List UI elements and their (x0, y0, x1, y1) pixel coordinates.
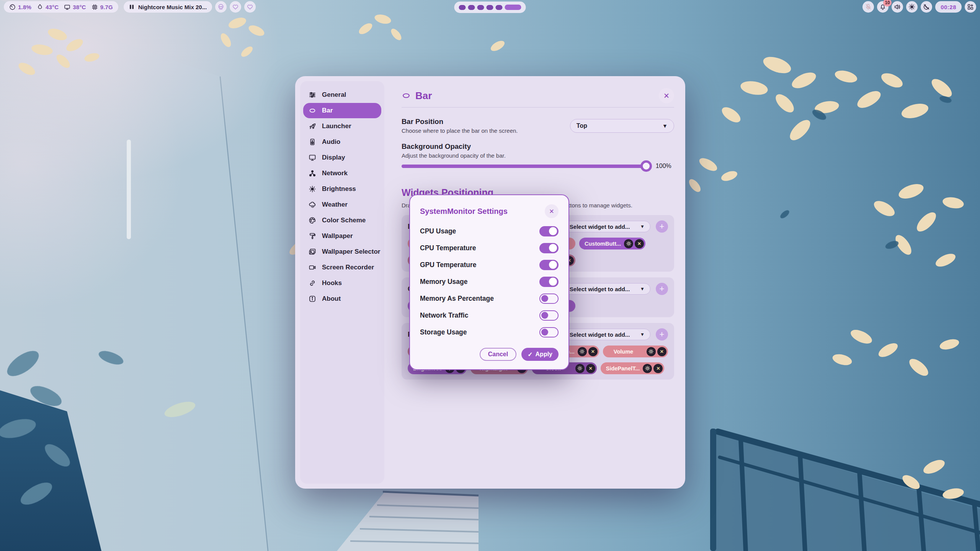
widget-settings-button[interactable] (647, 347, 656, 356)
favorite-button-2[interactable] (244, 1, 256, 13)
workspace-dot[interactable] (487, 5, 493, 10)
sidebar-item-brightness[interactable]: Brightness (303, 181, 381, 197)
favorite-button-1[interactable] (230, 1, 241, 13)
sidebar-item-wallpaper-selector[interactable]: Wallpaper Selector (303, 244, 381, 259)
widget-settings-button[interactable] (643, 364, 652, 373)
panel-header: Bar ✕ (402, 88, 674, 103)
sidebar-item-display[interactable]: Display (303, 150, 381, 165)
workspace-indicator[interactable] (454, 2, 526, 13)
toggle-row-cpu-usage: CPU Usage (420, 223, 559, 240)
modal-title: SystemMonitor Settings (420, 207, 508, 216)
cpu-usage-toggle[interactable] (539, 226, 559, 236)
widget-remove-button[interactable]: ✕ (586, 364, 595, 373)
mic-button[interactable] (862, 1, 874, 13)
workspace-dot[interactable] (477, 5, 484, 10)
widget-settings-button[interactable] (624, 239, 633, 248)
clock-pill[interactable]: 00:28 (935, 1, 962, 13)
sun-icon (908, 3, 915, 10)
sidebar-item-general[interactable]: General (303, 87, 381, 103)
modal-close-button[interactable]: ✕ (545, 204, 559, 218)
page-title: Bar (415, 90, 432, 102)
bar-oval-icon (402, 91, 411, 100)
sidebar-item-network[interactable]: Network (303, 166, 381, 181)
add-widget-button[interactable]: + (656, 328, 668, 341)
center-add-widget-dropdown[interactable]: Select widget to add... ▼ (564, 283, 650, 295)
widget-settings-button[interactable] (578, 347, 587, 356)
cancel-button[interactable]: Cancel (480, 348, 516, 361)
sun-icon (309, 185, 316, 193)
workspace-dot[interactable] (496, 5, 503, 10)
sidebar-item-audio[interactable]: Audio (303, 134, 381, 150)
brightness-button[interactable] (906, 1, 918, 13)
apply-button[interactable]: ✓Apply (521, 348, 559, 361)
pause-icon (129, 4, 134, 10)
toggle-knob (541, 312, 548, 319)
night-light-button[interactable] (921, 1, 932, 13)
media-player-pill[interactable]: Nightcore Music Mix 20... (124, 1, 212, 13)
workspace-active-pill[interactable] (505, 5, 521, 10)
gpu-temperature-toggle[interactable] (539, 260, 559, 270)
cpu-temperature-toggle[interactable] (539, 243, 559, 253)
gpu-temp-stat: 38°C (64, 4, 86, 10)
workspace-dot[interactable] (468, 5, 475, 10)
toggle-label: Network Traffic (420, 311, 468, 320)
gear-icon (648, 349, 653, 354)
network-traffic-toggle[interactable] (539, 310, 559, 321)
sidebar-item-color-scheme[interactable]: Color Scheme (303, 213, 381, 228)
gpu-temp-value: 38°C (73, 4, 86, 10)
widget-chip[interactable]: Volume ✕ (603, 346, 668, 357)
cpu-temp-stat: 43°C (37, 4, 59, 10)
mic-icon (865, 3, 872, 10)
sidebar-item-about[interactable]: About (303, 291, 381, 306)
notifications-button[interactable]: 10 (877, 1, 889, 13)
display-icon (64, 4, 70, 10)
video-camera-icon (309, 264, 316, 271)
sidebar-item-launcher[interactable]: Launcher (303, 119, 381, 134)
memory-as-percentage-toggle[interactable] (539, 293, 559, 304)
widget-remove-button[interactable]: ✕ (657, 347, 666, 356)
sidebar-item-wallpaper[interactable]: Wallpaper (303, 228, 381, 244)
opacity-value: 100% (656, 163, 674, 170)
toggle-knob (549, 227, 557, 235)
toggle-row-storage-usage: Storage Usage (420, 324, 559, 341)
volume-button[interactable] (892, 1, 903, 13)
toggle-label: Memory Usage (420, 278, 468, 286)
gear-icon (626, 241, 631, 246)
bar-oval-icon (309, 107, 316, 114)
widget-settings-button[interactable] (575, 364, 585, 373)
chevron-down-icon: ▼ (640, 224, 645, 229)
storage-usage-toggle[interactable] (539, 327, 559, 337)
dashboard-button[interactable] (965, 1, 976, 13)
opacity-slider-handle[interactable] (640, 160, 652, 172)
right-add-widget-dropdown[interactable]: Select widget to add... ▼ (564, 329, 650, 340)
left-add-widget-dropdown[interactable]: Select widget to add... ▼ (564, 221, 650, 232)
sidebar-item-hooks[interactable]: Hooks (303, 276, 381, 291)
sidebar-item-weather[interactable]: Weather (303, 197, 381, 212)
opacity-slider[interactable] (402, 165, 650, 168)
widget-remove-button[interactable]: ✕ (588, 347, 598, 356)
sidebar-item-screen-recorder[interactable]: Screen Recorder (303, 260, 381, 275)
add-widget-button[interactable]: + (656, 220, 668, 233)
widget-chip[interactable]: SidePanelT... ✕ (601, 362, 665, 374)
flame-icon (37, 4, 43, 10)
add-widget-button[interactable]: + (656, 283, 668, 295)
speaker-icon (894, 3, 901, 10)
workspace-dot[interactable] (459, 5, 466, 10)
memory-value: 9.7G (100, 4, 113, 10)
sidebar-item-label: Wallpaper (322, 232, 353, 240)
skull-button[interactable] (215, 1, 227, 13)
toggle-row-cpu-temperature: CPU Temperature (420, 240, 559, 256)
bar-position-dropdown[interactable]: Top ▼ (570, 119, 674, 133)
toggle-label: Memory As Percentage (420, 295, 494, 303)
toggle-row-network-traffic: Network Traffic (420, 307, 559, 324)
widget-remove-button[interactable]: ✕ (635, 239, 644, 248)
sidebar-item-bar[interactable]: Bar (303, 103, 381, 118)
image-icon (309, 248, 316, 256)
widget-chip[interactable]: CustomButt... ✕ (579, 238, 645, 249)
memory-usage-toggle[interactable] (539, 277, 559, 287)
window-close-button[interactable]: ✕ (659, 88, 674, 103)
widget-remove-button[interactable]: ✕ (653, 364, 663, 373)
cloud-rain-icon (309, 201, 316, 209)
link-icon (309, 279, 316, 287)
cancel-button-label: Cancel (488, 351, 508, 358)
